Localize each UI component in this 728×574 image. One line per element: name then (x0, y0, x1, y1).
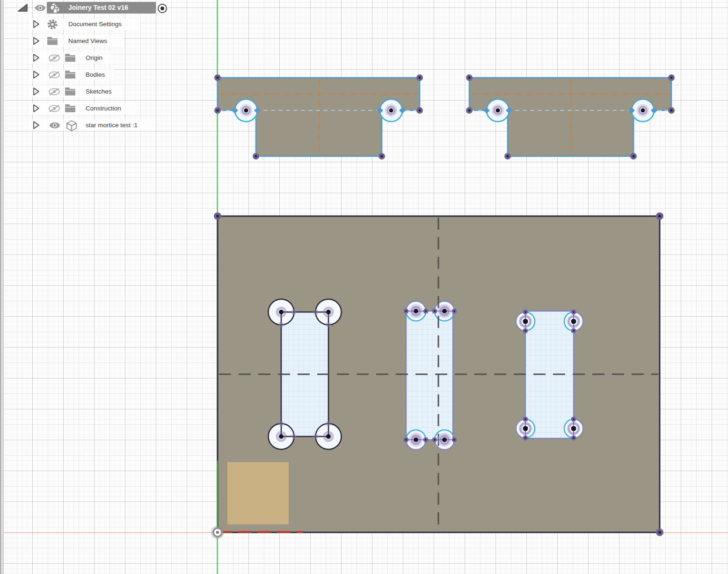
browser-row-star-mortice-test[interactable]: star mortice test :1 (0, 119, 187, 131)
collapsed-arrow-icon[interactable] (33, 20, 40, 29)
browser-item-label: Origin (86, 52, 102, 64)
sketch-canvas[interactable]: Joinery Test 02 v16 Document Settings (0, 0, 728, 574)
collapsed-arrow-icon[interactable] (33, 87, 40, 96)
browser-item-label: Document Settings (68, 18, 122, 30)
visibility-hidden-eye-icon[interactable] (48, 54, 60, 62)
browser-row-bodies[interactable]: Bodies (0, 69, 187, 80)
folder-icon (65, 70, 76, 80)
expanded-arrow-icon[interactable] (18, 4, 28, 12)
collapsed-arrow-icon[interactable] (33, 71, 40, 79)
visibility-hidden-eye-icon[interactable] (48, 71, 60, 79)
browser-item-label: star mortice test :1 (86, 119, 138, 131)
collapsed-arrow-icon[interactable] (33, 104, 40, 113)
browser-item-label: Bodies (86, 69, 105, 80)
browser-row-origin[interactable]: Origin (0, 52, 187, 64)
folder-icon (65, 87, 76, 96)
collapsed-arrow-icon[interactable] (33, 121, 40, 130)
browser-row-named-views[interactable]: Named Views (0, 35, 187, 47)
document-title: Joinery Test 02 v16 (68, 2, 128, 14)
visibility-eye-icon[interactable] (48, 121, 61, 130)
folder-icon (65, 53, 76, 63)
inner-face-square[interactable] (227, 462, 289, 524)
mortice-slot-middle[interactable] (406, 301, 454, 450)
activate-component-radio[interactable] (156, 2, 168, 15)
visibility-hidden-eye-icon[interactable] (48, 87, 60, 96)
collapsed-arrow-icon[interactable] (33, 54, 40, 62)
collapsed-arrow-icon[interactable] (33, 37, 40, 45)
tenon-profile-right[interactable] (466, 74, 675, 160)
visibility-hidden-eye-icon[interactable] (48, 104, 60, 113)
browser-item-label: Named Views (68, 35, 107, 47)
browser-item-label: Sketches (86, 86, 112, 97)
browser-item-label: Construction (86, 102, 121, 114)
component-icon (49, 1, 62, 15)
body-icon (66, 120, 78, 132)
browser-row-construction[interactable]: Construction (0, 102, 187, 114)
visibility-eye-icon[interactable] (34, 4, 47, 12)
folder-icon (47, 36, 58, 46)
gear-icon (47, 19, 58, 30)
browser-row-document-settings[interactable]: Document Settings (0, 18, 187, 30)
browser-row-root[interactable]: Joinery Test 02 v16 (0, 2, 187, 14)
browser-tree[interactable]: Joinery Test 02 v16 Document Settings (0, 0, 197, 140)
tenon-profile-left[interactable] (214, 74, 423, 160)
origin-point[interactable] (211, 526, 224, 539)
browser-row-sketches[interactable]: Sketches (0, 86, 187, 97)
folder-icon (65, 104, 76, 113)
